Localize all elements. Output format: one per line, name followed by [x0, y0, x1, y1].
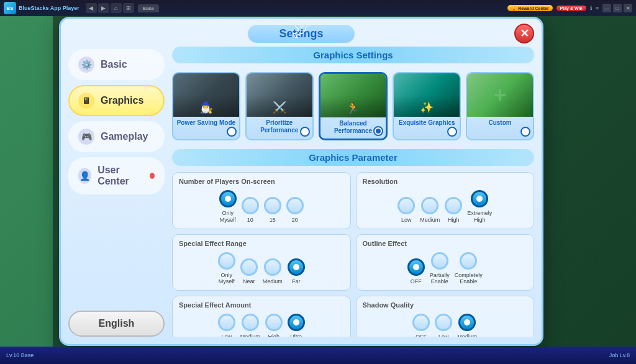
param-range-near[interactable]: Near	[240, 258, 258, 285]
play-win-button[interactable]: Play & Win	[556, 6, 586, 11]
app-title: BlueStacks App Player	[19, 5, 80, 11]
range-far-radio	[288, 258, 305, 276]
nav-item-gameplay[interactable]: 🎮 Gameplay	[68, 121, 165, 152]
param-players-10[interactable]: 10	[242, 197, 259, 224]
amount-medium-radio	[242, 314, 259, 331]
gameplay-icon: 🎮	[78, 129, 94, 145]
param-players-15[interactable]: 15	[264, 197, 281, 224]
param-amount-low[interactable]: Low	[218, 314, 235, 337]
param-res-high[interactable]: High	[445, 197, 462, 224]
window-controls: — □ ✕	[602, 4, 632, 12]
nav-basic-label: Basic	[101, 59, 127, 70]
settings-header: 🕊 Settings ✕	[61, 19, 542, 47]
maximize-button[interactable]: □	[613, 4, 622, 12]
amount-low-radio	[218, 314, 235, 331]
preset-custom-radio	[520, 127, 530, 137]
bottom-bar: Lv.10 Base Job Lv.8	[0, 347, 636, 364]
close-window-button[interactable]: ✕	[624, 4, 632, 12]
param-outline-partially[interactable]: PartiallyEnable	[430, 252, 450, 286]
param-range-medium[interactable]: Medium	[263, 258, 283, 285]
shadow-low-radio	[435, 314, 452, 331]
param-outline-effect: Outline Effect OFF PartiallyEnable	[356, 234, 535, 291]
res-low-radio	[398, 197, 415, 214]
outline-partially-radio	[431, 252, 448, 270]
param-resolution-options: Low Medium High	[363, 190, 528, 224]
param-players-only-myself[interactable]: OnlyMyself	[219, 190, 237, 224]
outline-off-radio	[407, 258, 425, 276]
param-resolution: Resolution Low Medium	[356, 172, 535, 229]
nav-item-user-center[interactable]: 👤 User Center	[68, 157, 165, 194]
preset-custom[interactable]: + Custom	[466, 72, 534, 140]
outline-completely-radio	[460, 252, 477, 270]
param-shadow-off[interactable]: OFF	[412, 314, 430, 337]
param-res-low[interactable]: Low	[398, 197, 415, 224]
param-res-extremely-high[interactable]: ExtremelyHigh	[467, 190, 492, 224]
param-shadow-title: Shadow Quality	[363, 301, 528, 309]
home-button[interactable]: ⌂	[111, 3, 122, 13]
nav-controls: ◀ ▶ ⌂ ⊞	[86, 3, 134, 13]
settings-content: Graphics Settings 🧙‍♂️ Power Saving Mode	[172, 47, 534, 337]
param-shadow-low[interactable]: Low	[435, 314, 452, 337]
param-range-far[interactable]: Far	[288, 258, 305, 285]
new-tab-button[interactable]: ⊞	[123, 3, 134, 13]
bottom-left-level: Lv.10 Base	[6, 352, 34, 358]
param-amount-medium[interactable]: Medium	[240, 314, 260, 337]
custom-plus-icon: +	[494, 82, 507, 108]
preset-power-saving[interactable]: 🧙‍♂️ Power Saving Mode	[172, 72, 240, 140]
settings-nav: ⚙️ Basic 🖥 Graphics 🎮 Gameplay 👤 User Ce…	[68, 47, 165, 337]
param-effect-amount-title: Special Effect Amount	[179, 301, 344, 309]
param-amount-ultra[interactable]: Ultra	[288, 314, 305, 337]
reward-center-button[interactable]: 🏆 Reward Center	[507, 5, 552, 11]
range-near-radio	[240, 258, 258, 276]
user-center-icon: 👤	[78, 168, 91, 184]
param-outline-completely[interactable]: CompletelyEnable	[455, 252, 483, 286]
bluestacks-icon: BS	[4, 2, 16, 14]
preset-exquisite-radio	[447, 127, 457, 137]
basic-icon: ⚙️	[78, 57, 94, 73]
res-high-radio	[445, 197, 462, 214]
param-res-medium[interactable]: Medium	[420, 197, 440, 224]
top-bar: BS BlueStacks App Player ◀ ▶ ⌂ ⊞ Base 🏆 …	[0, 0, 636, 16]
range-only-myself-radio	[218, 252, 235, 270]
settings-body: ⚙️ Basic 🖥 Graphics 🎮 Gameplay 👤 User Ce…	[61, 47, 542, 344]
close-button[interactable]: ✕	[514, 24, 534, 43]
nav-item-graphics[interactable]: 🖥 Graphics	[68, 85, 165, 116]
param-effect-range-options: OnlyMyself Near Medium	[179, 252, 344, 286]
graphics-settings-header: Graphics Settings	[172, 47, 534, 63]
param-effect-range: Special Effect Range OnlyMyself Near	[172, 234, 351, 291]
res-extremely-high-radio	[471, 190, 488, 207]
param-players-options: OnlyMyself 10 15	[179, 190, 344, 224]
param-shadow-options: OFF Low Medium	[363, 314, 528, 337]
preset-prioritize-radio	[300, 127, 310, 137]
preset-exquisite[interactable]: ✨ Exquisite Graphics	[393, 72, 461, 140]
help-icon[interactable]: ℹ	[590, 5, 592, 11]
param-range-only-myself[interactable]: OnlyMyself	[218, 252, 235, 286]
shadow-medium-radio	[458, 314, 476, 331]
preset-balanced[interactable]: 🏃 Balanced Performance	[319, 72, 388, 140]
forward-button[interactable]: ▶	[98, 3, 109, 13]
settings-modal-overlay: 🕊 Settings ✕ ⚙️ Basic 🖥 Graphics	[53, 16, 636, 347]
minimize-button[interactable]: —	[602, 4, 611, 12]
bottom-right-level: Job Lv.8	[609, 352, 630, 358]
more-options-icon[interactable]: ≡	[596, 5, 599, 11]
param-outline-off[interactable]: OFF	[407, 258, 425, 285]
range-medium-radio	[264, 258, 281, 276]
params-grid: Number of Players On-screen OnlyMyself 1…	[172, 172, 534, 337]
preset-power-saving-radio	[227, 127, 237, 137]
res-medium-radio	[421, 197, 438, 214]
app-logo: BS BlueStacks App Player	[4, 2, 80, 14]
param-players-20[interactable]: 20	[286, 197, 304, 224]
back-button[interactable]: ◀	[86, 3, 97, 13]
param-effect-amount-options: Low Medium High	[179, 314, 344, 337]
param-shadow-medium[interactable]: Medium	[457, 314, 477, 337]
nav-user-center-label: User Center	[98, 165, 143, 187]
players-10-radio	[242, 197, 259, 214]
players-15-radio	[264, 197, 281, 214]
preset-prioritize-performance[interactable]: ⚔️ Prioritize Performance	[245, 72, 314, 140]
tab-indicator[interactable]: Base	[138, 4, 159, 12]
param-amount-high[interactable]: High	[265, 314, 283, 337]
nav-item-basic[interactable]: ⚙️ Basic	[68, 49, 165, 80]
graphics-params-header: Graphics Parameter	[172, 149, 534, 166]
param-effect-amount: Special Effect Amount Low Medium	[172, 296, 351, 337]
language-button[interactable]: English	[68, 311, 165, 337]
